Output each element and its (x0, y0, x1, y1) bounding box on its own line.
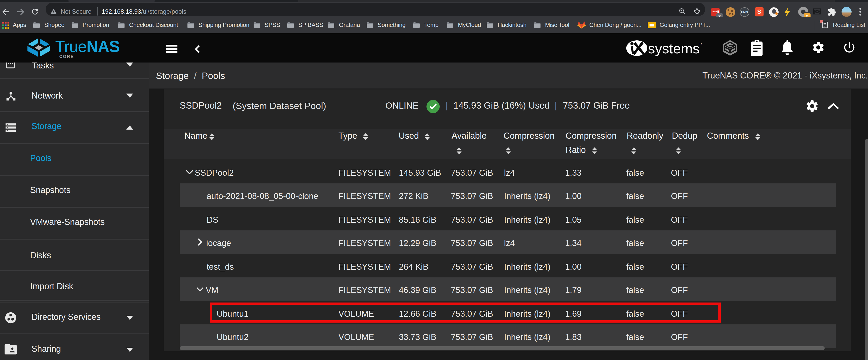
svg-text:systems: systems (648, 40, 700, 56)
svg-text:™: ™ (699, 42, 702, 47)
